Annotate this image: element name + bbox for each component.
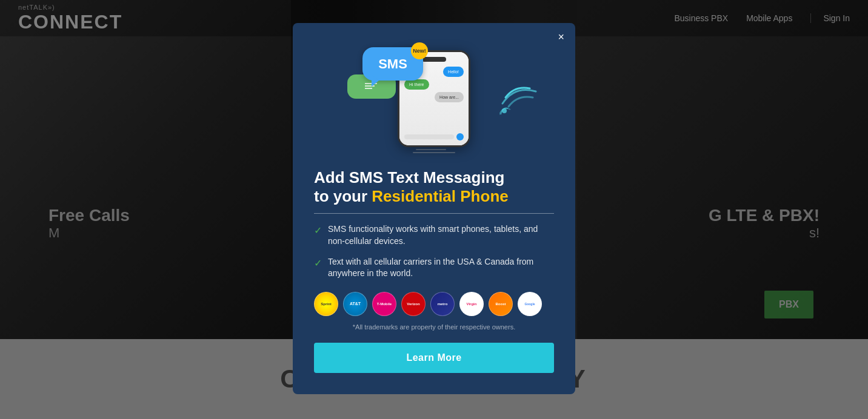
carrier-logo-google: Google	[518, 292, 542, 316]
modal-heading-line1: Add SMS Text Messaging	[314, 168, 504, 186]
feature-item-2: ✓ Text with all cellular carriers in the…	[314, 256, 554, 280]
modal-heading-highlight: Residential Phone	[372, 187, 508, 205]
modal-heading: Add SMS Text Messaging to your Residenti…	[314, 168, 554, 206]
carrier-logos: Sprint AT&T T-Mobile Verizon metro Virgi…	[314, 292, 554, 316]
sms-illustration: Hello! Hi there How are... SMS New!	[314, 41, 554, 156]
carrier-logo-boost: Boost	[489, 292, 513, 316]
feature-list: ✓ SMS functionality works with smart pho…	[314, 223, 554, 279]
sms-label: SMS	[378, 56, 407, 72]
trademark-note: *All trademarks are property of their re…	[314, 323, 554, 331]
sms-bubble: SMS New!	[362, 47, 423, 81]
learn-more-button[interactable]: Learn More	[314, 343, 554, 373]
carrier-logo-verizon: Verizon	[401, 292, 426, 316]
new-badge: New!	[411, 42, 428, 59]
msg-bubble-1: Hello!	[443, 67, 464, 77]
feature-text-1: SMS functionality works with smart phone…	[328, 223, 554, 247]
carrier-logo-virgin: Virgin	[459, 292, 484, 316]
wifi-waves	[499, 73, 542, 124]
modal-close-button[interactable]: ×	[558, 31, 564, 42]
carrier-logo-metro: metro	[430, 292, 455, 316]
carrier-logo-tmobile: T-Mobile	[372, 292, 396, 316]
feature-text-2: Text with all cellular carriers in the U…	[328, 256, 554, 280]
msg-bubble-2: Hi there	[404, 79, 429, 90]
msg-bubble-3: How are...	[435, 92, 464, 102]
carrier-logo-sprint: Sprint	[314, 292, 338, 316]
heading-divider	[314, 213, 554, 214]
feature-item-1: ✓ SMS functionality works with smart pho…	[314, 223, 554, 247]
sms-modal: × Hello! Hi there How are...	[293, 23, 575, 394]
carrier-logo-att: AT&T	[343, 292, 367, 316]
check-icon-2: ✓	[314, 257, 322, 280]
modal-heading-prefix: to your	[314, 187, 372, 205]
check-icon-1: ✓	[314, 224, 322, 247]
